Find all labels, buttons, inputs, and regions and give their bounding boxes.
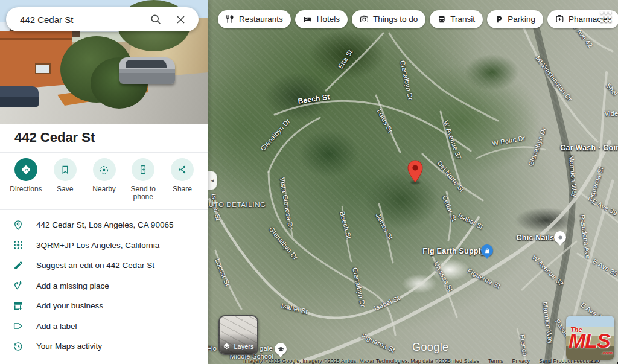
- map-canvas[interactable]: Etta St Beech St Glenalbyn Dr Glenalbyn …: [208, 0, 618, 364]
- nearby-button[interactable]: Nearby: [86, 158, 123, 201]
- terms-link[interactable]: Terms: [488, 358, 503, 364]
- page-title: 442 Cedar St: [14, 130, 95, 145]
- imagery-attribution: Imagery ©2025 Google, Imagery ©2025 Airb…: [243, 358, 451, 364]
- directions-button[interactable]: Directions: [7, 158, 45, 201]
- photo-silver-car: [119, 57, 175, 84]
- mls-com-label: .com: [601, 350, 613, 356]
- detail-add-label[interactable]: Add a label: [0, 316, 208, 337]
- divider: [0, 152, 208, 153]
- school-poi-icon[interactable]: [275, 343, 287, 355]
- layers-icon: [223, 342, 231, 350]
- chip-things-to-do[interactable]: Things to do: [352, 10, 425, 28]
- action-label: Share: [173, 185, 192, 193]
- restaurants-icon: [226, 14, 235, 24]
- place-panel: 442 Cedar St Directions Save Nearby: [0, 0, 208, 364]
- detail-text: Add a label: [36, 322, 77, 331]
- chip-label: Transit: [450, 14, 475, 24]
- chip-label: Restaurants: [239, 14, 283, 24]
- destination-pin-icon[interactable]: [407, 160, 423, 183]
- poi-label-chic-nails: Chic Nails: [517, 234, 555, 242]
- detail-add-missing-place[interactable]: Add a missing place: [0, 276, 208, 296]
- label-icon: [12, 320, 24, 332]
- action-label: Nearby: [92, 185, 116, 193]
- detail-suggest-edit[interactable]: Suggest an edit on 442 Cedar St: [0, 255, 208, 276]
- chip-transit[interactable]: Transit: [430, 10, 483, 28]
- poi-label-fig-earth-supply: Fig Earth Supply: [422, 247, 485, 255]
- action-label: Send to phone: [124, 185, 162, 201]
- directions-icon: [20, 164, 32, 176]
- action-buttons: Directions Save Nearby Send to phone: [7, 158, 201, 201]
- poi-label-school-fragment: gale: [260, 345, 273, 352]
- save-button[interactable]: Save: [46, 158, 84, 201]
- detail-text: 3QRM+JP Los Angeles, California: [36, 241, 159, 250]
- search-input[interactable]: [6, 14, 149, 25]
- plus-code-icon: [12, 239, 24, 251]
- poi-label: AUTO DETAILING: [208, 201, 266, 208]
- detail-text: Add your business: [36, 301, 103, 310]
- detail-text: Add a missing place: [36, 281, 109, 290]
- action-label: Save: [57, 185, 73, 193]
- detail-address[interactable]: 442 Cedar St, Los Angeles, CA 90065: [0, 215, 208, 235]
- poi-label: Vide: [605, 110, 618, 117]
- parking-icon: [495, 15, 503, 24]
- google-maps-app: Etta St Beech St Glenalbyn Dr Glenalbyn …: [0, 0, 618, 364]
- action-label: Directions: [10, 185, 42, 193]
- search-bar: [6, 7, 199, 31]
- camera-icon: [360, 14, 369, 24]
- share-icon: [177, 164, 188, 175]
- divider: [0, 209, 208, 210]
- pharmacy-icon: [555, 14, 564, 24]
- chip-label: Things to do: [373, 14, 418, 24]
- close-icon[interactable]: [174, 13, 187, 26]
- layers-label: Layers: [234, 343, 253, 350]
- detail-maps-activity[interactable]: Your Maps activity: [0, 336, 208, 357]
- detail-plus-code[interactable]: 3QRM+JP Los Angeles, California: [0, 235, 208, 256]
- chip-hotels[interactable]: Hotels: [295, 10, 348, 28]
- transit-icon: [438, 15, 446, 24]
- send-to-phone-button[interactable]: Send to phone: [124, 158, 162, 201]
- chip-label: Parking: [508, 14, 535, 24]
- hotels-icon: [303, 14, 313, 24]
- share-button[interactable]: Share: [164, 158, 201, 201]
- region-label: United States: [447, 358, 479, 364]
- privacy-link[interactable]: Privacy: [512, 358, 530, 364]
- detail-text: 442 Cedar St, Los Angeles, CA 90065: [36, 220, 173, 229]
- detail-text: Suggest an edit on 442 Cedar St: [36, 261, 154, 270]
- nails-poi-icon[interactable]: [554, 231, 566, 243]
- shopping-bag-poi-icon[interactable]: [481, 244, 493, 257]
- nearby-icon: [98, 164, 110, 176]
- photo-house-window: [35, 63, 51, 74]
- chip-label: Hotels: [317, 14, 340, 24]
- sidebar-collapse-button[interactable]: ◄: [208, 171, 217, 190]
- layers-button[interactable]: Layers: [218, 315, 258, 355]
- search-icon[interactable]: [149, 13, 162, 26]
- chip-restaurants[interactable]: Restaurants: [218, 10, 291, 28]
- send-to-phone-icon: [138, 164, 148, 175]
- place-details: 442 Cedar St, Los Angeles, CA 90065 3QRM…: [0, 215, 208, 357]
- poi-label-school-fragment: Flo: [208, 345, 217, 352]
- category-chips: Restaurants Hotels Things to do Transit …: [218, 10, 618, 28]
- storefront-icon: [12, 300, 24, 312]
- poi-label: Car Wash · Coin O: [560, 144, 618, 152]
- location-pin-icon: [12, 219, 24, 231]
- bookmark-icon: [60, 164, 71, 175]
- mls-logo-text: MLS: [569, 329, 610, 353]
- history-icon: [12, 340, 24, 353]
- detail-text: Your Maps activity: [36, 342, 102, 351]
- chevron-left-icon: ◄: [210, 178, 215, 184]
- photo-dark-car: [0, 86, 39, 107]
- add-place-icon: [12, 279, 24, 292]
- mls-watermark: The MLS .com: [566, 316, 614, 360]
- detail-add-business[interactable]: Add your business: [0, 296, 208, 316]
- google-logo: Google: [412, 341, 448, 354]
- pencil-icon: [12, 260, 24, 272]
- chip-parking[interactable]: Parking: [487, 10, 543, 28]
- google-apps-grid-icon[interactable]: [600, 11, 611, 22]
